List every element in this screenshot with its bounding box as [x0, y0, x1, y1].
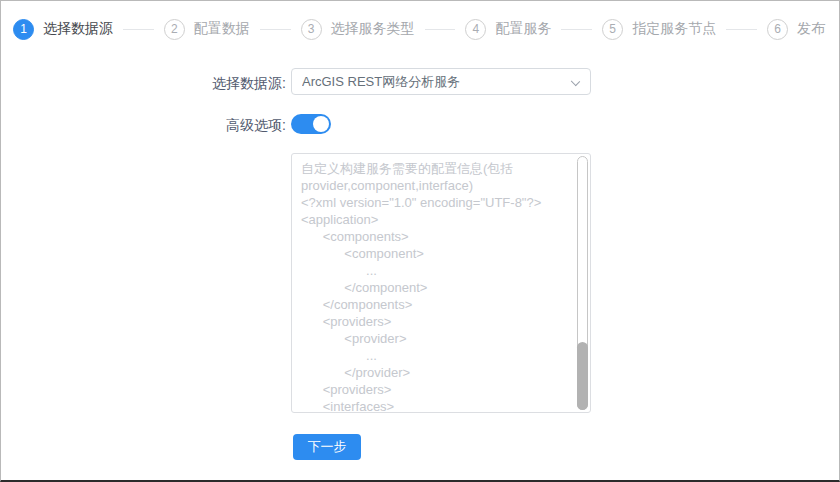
next-step-button[interactable]: 下一步: [293, 434, 361, 460]
step-1-label: 选择数据源: [43, 20, 113, 38]
step-connector: [726, 29, 757, 30]
chevron-down-icon: [571, 77, 580, 86]
datasource-selected-value: ArcGIS REST网络分析服务: [302, 73, 460, 91]
step-6-number-badge: 6: [767, 19, 788, 40]
step-2-label: 配置数据: [194, 20, 250, 38]
step-connector: [425, 29, 456, 30]
step-1-select-datasource: 1 选择数据源: [13, 19, 113, 40]
scrollbar-track[interactable]: [577, 156, 588, 410]
step-5-specify-service-node: 5 指定服务节点: [602, 19, 716, 40]
step-2-number-badge: 2: [164, 19, 185, 40]
step-connector: [123, 29, 154, 30]
step-1-number-badge: 1: [13, 19, 34, 40]
config-xml-textarea[interactable]: 自定义构建服务需要的配置信息(包括 provider,component,int…: [291, 153, 591, 413]
scrollbar-thumb[interactable]: [577, 342, 588, 410]
step-6-publish: 6 发布: [767, 19, 825, 40]
step-2-configure-data: 2 配置数据: [164, 19, 250, 40]
step-4-number-badge: 4: [465, 19, 486, 40]
step-3-label: 选择服务类型: [331, 20, 415, 38]
datasource-label: 选择数据源:: [156, 75, 286, 93]
advanced-options-toggle[interactable]: [291, 114, 331, 134]
datasource-select[interactable]: ArcGIS REST网络分析服务: [291, 68, 591, 95]
step-3-number-badge: 3: [301, 19, 322, 40]
step-4-label: 配置服务: [495, 20, 551, 38]
step-6-label: 发布: [797, 20, 825, 38]
step-3-select-service-type: 3 选择服务类型: [301, 19, 415, 40]
step-connector: [561, 29, 592, 30]
advanced-options-label: 高级选项:: [156, 117, 286, 135]
steps-bar: 1 选择数据源 2 配置数据 3 选择服务类型 4 配置服务 5 指定服务节点 …: [1, 1, 839, 45]
config-placeholder-text: 自定义构建服务需要的配置信息(包括 provider,component,int…: [301, 160, 568, 413]
publish-service-wizard: 1 选择数据源 2 配置数据 3 选择服务类型 4 配置服务 5 指定服务节点 …: [0, 0, 840, 482]
step-4-configure-service: 4 配置服务: [465, 19, 551, 40]
toggle-knob: [313, 116, 329, 132]
step-5-number-badge: 5: [602, 19, 623, 40]
step-5-label: 指定服务节点: [632, 20, 716, 38]
step-connector: [260, 29, 291, 30]
